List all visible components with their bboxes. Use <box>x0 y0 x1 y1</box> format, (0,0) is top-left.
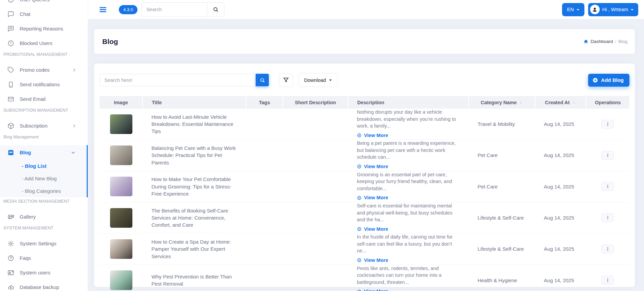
view-more-label: View More <box>364 194 388 201</box>
avatar <box>590 5 600 14</box>
blog-title: How to Avoid Last-Minute Vehicle Breakdo… <box>151 114 233 134</box>
row-actions-button[interactable] <box>601 182 614 191</box>
user-greeting: Hi , Wrteam <box>602 7 628 12</box>
view-more-link[interactable]: View More <box>357 194 388 201</box>
sidebar-item-label: Subscription <box>20 123 48 129</box>
page-content: Blog Dashboard / Blog <box>88 19 644 291</box>
sidebar-section-system-management: SYSTEM MANAGEMENT <box>0 223 88 233</box>
row-actions-button[interactable] <box>601 276 614 285</box>
sort-icon[interactable] <box>572 100 576 105</box>
blog-title: Balancing Pet Care with a Busy Work Sche… <box>151 145 236 165</box>
add-blog-label: Add Blog <box>601 77 624 83</box>
sidebar-item-system-settings[interactable]: System Settings <box>0 236 88 251</box>
view-more-link[interactable]: View More <box>357 163 388 170</box>
sidebar-section-promotional-management: PROMOTIONAL MANAGEMENT <box>0 49 88 60</box>
column-header-category-name[interactable]: Category Name <box>469 96 535 109</box>
row-actions-button[interactable] <box>601 120 614 129</box>
global-search-button[interactable] <box>207 3 224 17</box>
phone-icon <box>7 81 14 88</box>
table-row: Balancing Pet Care with a Busy Work Sche… <box>100 140 629 171</box>
table-search <box>100 74 269 86</box>
language-dropdown[interactable]: EN <box>562 3 584 16</box>
woman-with-pet-photo <box>110 146 132 165</box>
chevron-down-icon <box>70 150 76 155</box>
global-search-input[interactable] <box>142 3 207 17</box>
page-title: Blog <box>102 38 118 46</box>
sidebar-item-system-users[interactable]: System users <box>0 265 88 280</box>
view-more-label: View More <box>364 163 388 170</box>
blog-category: Travel & Mobility <box>477 121 515 127</box>
sidebar-item-database-backup[interactable]: Database backup <box>0 280 88 291</box>
question-circle-icon <box>7 255 14 262</box>
row-actions-button[interactable] <box>601 151 614 160</box>
blocked-user-icon <box>7 40 14 47</box>
sidebar-item-label: System users <box>20 270 50 275</box>
table-row: How to Create a Spa Day at Home: Pamper … <box>100 233 629 265</box>
blog-description: Grooming is an essential part of pet car… <box>357 171 460 192</box>
row-actions-button[interactable] <box>601 213 614 222</box>
pet-grooming-photo <box>110 177 132 196</box>
sidebar-subitem-blog-categories[interactable]: - Blog Categories <box>0 185 88 197</box>
sidebar-section-media-section-management: MEDIA SECTION MANAGEMENT <box>0 196 88 207</box>
chevron-right-icon <box>71 123 77 129</box>
table-search-button[interactable] <box>256 74 269 86</box>
sidebar-item-blocked-users[interactable]: Blocked Users <box>0 36 88 50</box>
sidebar-subitem-add-new-blog[interactable]: - Add New Blog <box>0 172 88 185</box>
blog-created-at: Aug 14, 2025 <box>544 121 574 127</box>
sidebar-item-promo-codes[interactable]: Promo codes <box>0 63 88 77</box>
view-more-link[interactable]: View More <box>357 226 388 233</box>
sort-icon[interactable] <box>519 100 523 105</box>
sidebar-item-send-notifications[interactable]: Send notifications <box>0 77 88 92</box>
sidebar-item-gallery[interactable]: Gallery <box>0 209 88 224</box>
sidebar-item-blog[interactable]: Blog <box>0 145 88 160</box>
sidebar-item-reporting-reasons[interactable]: Reporting Reasons <box>0 21 88 36</box>
spa-day-photo <box>110 239 132 259</box>
blog-table: ImageTitleTagsShort DescriptionDescripti… <box>100 96 629 291</box>
download-dropdown[interactable]: Download <box>298 73 338 87</box>
blog-title: How to Make Your Pet Comfortable During … <box>151 176 231 197</box>
blog-icon <box>7 149 14 156</box>
view-more-link[interactable]: View More <box>357 257 388 264</box>
view-more-label: View More <box>364 132 388 139</box>
search-icon <box>213 6 219 13</box>
sidebar-item-label: Chat <box>20 11 30 17</box>
sidebar-item-label: Blocked Users <box>20 40 52 46</box>
eye-icon <box>357 227 362 231</box>
row-actions-button[interactable] <box>601 245 614 253</box>
sidebar-item-user-queries[interactable]: User Queries <box>0 0 88 7</box>
gear-icon <box>7 240 14 247</box>
view-more-link[interactable]: View More <box>357 288 388 291</box>
add-blog-button[interactable]: Add Blog <box>588 74 629 87</box>
menu-toggle-icon[interactable] <box>100 7 106 12</box>
column-header-created-at[interactable]: Created At <box>535 96 586 109</box>
filter-button[interactable] <box>279 73 293 87</box>
sidebar-item-label: Promo codes <box>20 67 49 73</box>
home-icon <box>583 39 588 44</box>
sidebar-item-label: Send Email <box>20 96 46 102</box>
sidebar-item-label: Send notifications <box>20 82 60 87</box>
home-self-care-photo <box>110 208 132 228</box>
table-row: How to Make Your Pet Comfortable During … <box>100 171 629 202</box>
blog-category: Lifestyle & Self-Care <box>477 215 524 221</box>
user-menu-dropdown[interactable]: Hi , Wrteam <box>588 3 638 16</box>
sidebar-item-chat[interactable]: Chat <box>0 7 88 21</box>
global-search <box>141 2 224 17</box>
breadcrumb-separator: / <box>615 39 616 44</box>
column-header-operations: Operations <box>586 96 629 109</box>
mail-icon <box>7 96 14 103</box>
breadcrumb-current: Blog <box>618 39 627 44</box>
view-more-link[interactable]: View More <box>357 132 388 139</box>
sidebar-item-send-email[interactable]: Send Email <box>0 92 88 106</box>
search-icon <box>260 77 265 83</box>
sidebar-item-label: Reporting Reasons <box>20 26 63 31</box>
sidebar-item-faqs[interactable]: Faqs <box>0 251 88 265</box>
blog-description: Being a pet parent is a rewarding experi… <box>357 140 460 161</box>
column-header-image: Image <box>100 96 143 109</box>
breadcrumb-dashboard[interactable]: Dashboard <box>591 39 613 44</box>
column-header-tags: Tags <box>246 96 283 109</box>
blog-description: Self-care is essential for maintaining m… <box>357 202 460 223</box>
sidebar-item-subscription[interactable]: Subscription <box>0 118 88 133</box>
table-search-input[interactable] <box>100 74 256 86</box>
sidebar-subitem-blog-list[interactable]: - Blog List <box>0 160 88 172</box>
blog-description: In the hustle of daily life, carving out… <box>357 233 460 254</box>
